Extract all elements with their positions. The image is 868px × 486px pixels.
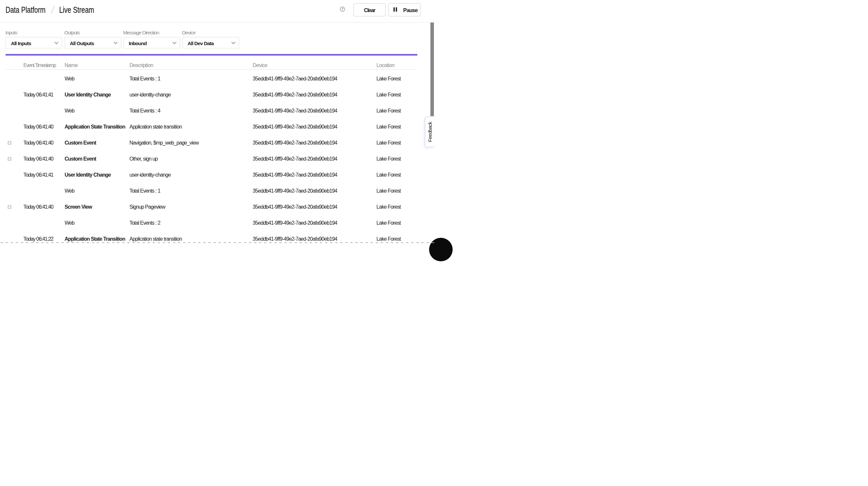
svg-text:?: ?	[341, 7, 343, 11]
